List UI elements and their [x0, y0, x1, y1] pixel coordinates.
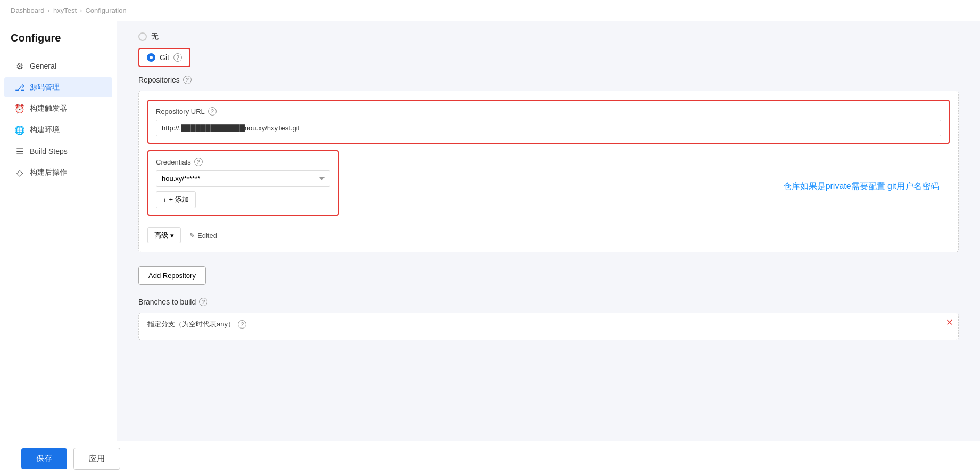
breadcrumb-hxytest[interactable]: hxyTest	[53, 6, 77, 14]
pencil-icon: ✎	[189, 232, 195, 240]
globe-icon: 🌐	[15, 125, 24, 135]
credentials-label-row: Credentials ?	[156, 158, 330, 166]
edited-label-text: Edited	[197, 232, 217, 240]
radio-none-label: 无	[151, 32, 159, 42]
apply-button[interactable]: 应用	[73, 448, 120, 470]
repositories-label-row: Repositories ?	[138, 76, 959, 84]
branch-field-help-icon[interactable]: ?	[238, 320, 246, 329]
git-label: Git	[160, 53, 169, 62]
git-help-icon[interactable]: ?	[173, 53, 182, 62]
sidebar-item-label: 构建环境	[30, 125, 60, 135]
branch-icon: ⎇	[15, 83, 24, 92]
plus-icon: +	[163, 196, 167, 204]
repositories-help-icon[interactable]: ?	[183, 76, 192, 84]
sidebar-title: Configure	[0, 32, 117, 55]
annotation-text: 仓库如果是private需要配置 git用户名密码	[783, 180, 939, 192]
sidebar-item-label: 构建后操作	[30, 168, 67, 177]
git-option-box: Git ?	[138, 48, 190, 67]
add-credentials-label: + 添加	[169, 195, 189, 204]
credentials-select[interactable]: hou.xy/******	[156, 170, 330, 187]
branch-field-container: 指定分支（为空时代表any） ? ✕	[138, 313, 959, 340]
sidebar-item-label: 构建触发器	[30, 104, 67, 113]
breadcrumb-dashboard[interactable]: Dashboard	[11, 6, 45, 14]
branches-help-icon[interactable]: ?	[199, 298, 207, 306]
advanced-button[interactable]: 高级 ▾	[147, 227, 181, 243]
branches-label: Branches to build	[138, 298, 196, 306]
gear-icon: ⚙	[15, 61, 24, 71]
breadcrumb-configuration: Configuration	[85, 6, 126, 14]
sidebar-item-post-build[interactable]: ◇ 构建后操作	[4, 162, 112, 183]
sidebar-item-label: 源码管理	[30, 83, 60, 92]
main-content: 无 Git ? Repositories ? Repository URL ?	[117, 21, 980, 476]
sidebar-item-label: Build Steps	[30, 147, 68, 155]
add-repository-button[interactable]: Add Repository	[138, 266, 206, 285]
credentials-label: Credentials	[156, 158, 191, 166]
sidebar-item-label: General	[30, 62, 56, 70]
credentials-help-icon[interactable]: ?	[194, 158, 203, 166]
branch-field-label: 指定分支（为空时代表any）	[147, 319, 235, 329]
radio-git-circle[interactable]	[147, 53, 155, 62]
sidebar-item-build-steps[interactable]: ☰ Build Steps	[4, 141, 112, 161]
edited-status: ✎ Edited	[189, 232, 217, 240]
radio-none-circle	[138, 32, 147, 41]
breadcrumb-sep2: ›	[80, 6, 82, 14]
sidebar-item-general[interactable]: ⚙ General	[4, 56, 112, 76]
repo-url-help-icon[interactable]: ?	[208, 107, 217, 116]
credentials-row: Credentials ? hou.xy/****** + + 添加 仓库如果是…	[147, 150, 950, 222]
credentials-box: Credentials ? hou.xy/****** + + 添加	[147, 150, 339, 216]
branch-close-icon[interactable]: ✕	[946, 318, 953, 327]
branches-label-row: Branches to build ?	[138, 298, 959, 306]
breadcrumb-sep1: ›	[48, 6, 50, 14]
radio-none[interactable]: 无	[138, 32, 959, 42]
diamond-icon: ◇	[15, 168, 24, 177]
chevron-down-icon: ▾	[170, 232, 174, 240]
repo-url-input[interactable]	[156, 120, 941, 136]
branch-field-label-row: 指定分支（为空时代表any） ?	[147, 319, 246, 329]
breadcrumb: Dashboard › hxyTest › Configuration	[0, 0, 980, 21]
repositories-container: Repository URL ? Credentials ? hou.	[138, 91, 959, 252]
sidebar-item-source-management[interactable]: ⎇ 源码管理	[4, 77, 112, 97]
repo-url-label: Repository URL	[156, 108, 205, 116]
repo-url-label-row: Repository URL ?	[156, 107, 941, 116]
add-repository-label: Add Repository	[148, 272, 196, 280]
repositories-label: Repositories	[138, 76, 180, 84]
sidebar: Configure ⚙ General ⎇ 源码管理 ⏰ 构建触发器 🌐 构建环…	[0, 21, 117, 476]
list-icon: ☰	[15, 146, 24, 156]
sidebar-item-build-trigger[interactable]: ⏰ 构建触发器	[4, 99, 112, 119]
save-button[interactable]: 保存	[21, 448, 67, 469]
clock-icon: ⏰	[15, 104, 24, 113]
repo-url-box: Repository URL ?	[147, 100, 950, 144]
advanced-label: 高级	[154, 231, 168, 240]
branches-section: Branches to build ? 指定分支（为空时代表any） ? ✕	[138, 298, 959, 340]
bottom-bar: 保存 应用	[0, 441, 980, 476]
sidebar-item-build-env[interactable]: 🌐 构建环境	[4, 120, 112, 140]
advanced-row: 高级 ▾ ✎ Edited	[147, 227, 950, 243]
add-credentials-button[interactable]: + + 添加	[156, 191, 196, 208]
